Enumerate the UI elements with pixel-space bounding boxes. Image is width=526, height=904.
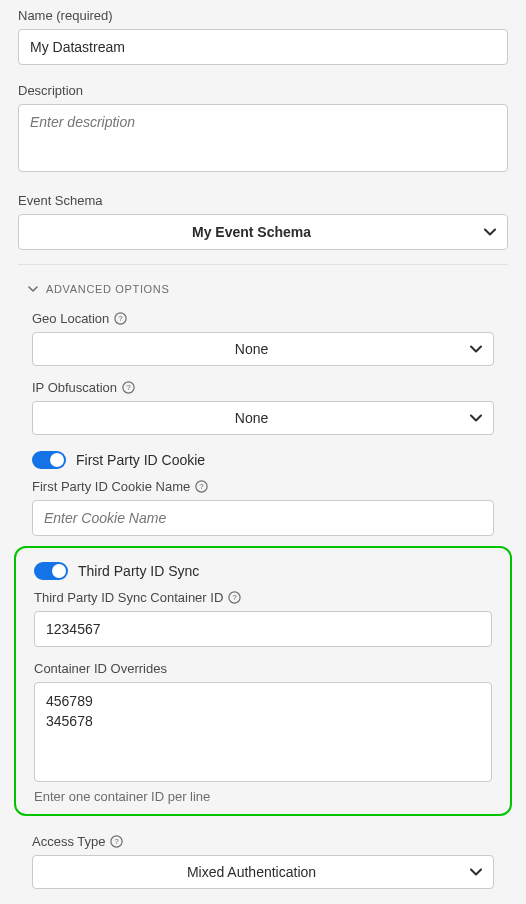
description-label: Description: [18, 83, 508, 98]
svg-text:?: ?: [115, 837, 120, 846]
svg-text:?: ?: [199, 482, 204, 491]
svg-text:?: ?: [233, 593, 238, 602]
third-party-container-id-label: Third Party ID Sync Container ID: [34, 590, 223, 605]
svg-text:?: ?: [119, 314, 124, 323]
name-input[interactable]: [18, 29, 508, 65]
ip-obfuscation-select[interactable]: None: [32, 401, 494, 435]
access-type-label: Access Type: [32, 834, 105, 849]
description-textarea[interactable]: [18, 104, 508, 172]
third-party-container-id-input[interactable]: [34, 611, 492, 647]
first-party-cookie-switch[interactable]: [32, 451, 66, 469]
help-icon[interactable]: ?: [122, 381, 135, 394]
ip-obfuscation-label: IP Obfuscation: [32, 380, 117, 395]
help-icon[interactable]: ?: [195, 480, 208, 493]
event-schema-select[interactable]: My Event Schema: [18, 214, 508, 250]
container-id-overrides-textarea[interactable]: [34, 682, 492, 782]
help-icon[interactable]: ?: [228, 591, 241, 604]
help-icon[interactable]: ?: [110, 835, 123, 848]
container-id-overrides-label: Container ID Overrides: [34, 661, 167, 676]
access-type-select[interactable]: Mixed Authentication: [32, 855, 494, 889]
svg-text:?: ?: [126, 383, 131, 392]
advanced-options-label: ADVANCED OPTIONS: [46, 283, 169, 295]
container-id-overrides-hint: Enter one container ID per line: [34, 789, 492, 804]
third-party-sync-label: Third Party ID Sync: [78, 563, 199, 579]
first-party-cookie-label: First Party ID Cookie: [76, 452, 205, 468]
first-party-cookie-name-input[interactable]: [32, 500, 494, 536]
first-party-cookie-name-label: First Party ID Cookie Name: [32, 479, 190, 494]
chevron-down-icon: [28, 286, 38, 292]
event-schema-label: Event Schema: [18, 193, 508, 208]
geo-location-label: Geo Location: [32, 311, 109, 326]
third-party-sync-switch[interactable]: [34, 562, 68, 580]
name-label: Name (required): [18, 8, 508, 23]
advanced-options-toggle[interactable]: ADVANCED OPTIONS: [0, 265, 526, 305]
help-icon[interactable]: ?: [114, 312, 127, 325]
geo-location-select[interactable]: None: [32, 332, 494, 366]
third-party-sync-section: Third Party ID Sync Third Party ID Sync …: [14, 546, 512, 816]
